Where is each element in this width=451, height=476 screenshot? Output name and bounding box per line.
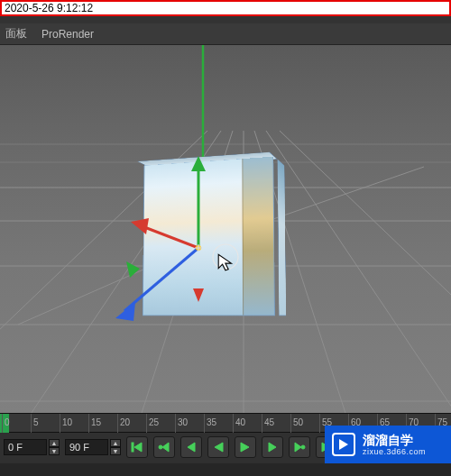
ruler-tick [204,414,205,434]
ruler-tick [88,414,89,434]
ruler-tick [233,414,234,434]
start-frame-step-up[interactable]: ▲ [49,439,60,447]
play-forward-button[interactable] [235,436,256,458]
ruler-tick [146,414,147,434]
ruler-tick [60,414,60,434]
svg-marker-36 [241,443,249,452]
ruler-tick [2,414,3,434]
watermark-play-icon [332,433,355,456]
svg-point-39 [301,445,305,449]
ruler-tick [262,414,262,434]
watermark-title: 溜溜自学 [363,433,426,447]
ruler-tick [31,414,32,434]
prev-frame-button[interactable] [180,436,202,458]
cube-texture-detail [242,155,274,316]
svg-marker-34 [188,443,195,452]
ruler-tick [290,414,291,434]
next-key-button[interactable] [289,436,310,458]
svg-marker-33 [162,443,169,452]
ruler-tick [175,414,176,434]
toolbar-strip [0,16,451,23]
timestamp-text: 2020-5-26 9:12:12 [5,2,93,14]
menu-prorender[interactable]: ProRender [41,28,94,41]
status-bar [0,463,451,476]
svg-marker-29 [218,254,231,270]
viewport-menu-bar: 面板 ProRender [0,23,451,45]
watermark-badge: 溜溜自学 zixue.3d66.com [325,426,451,463]
svg-marker-31 [134,443,142,452]
end-frame-input[interactable] [65,439,108,455]
range-start-field: ▲ ▼ [4,439,60,455]
next-frame-button[interactable] [262,436,283,458]
end-frame-step-up[interactable]: ▲ [110,439,121,447]
prev-key-button[interactable] [153,436,175,458]
3d-viewport[interactable] [0,45,451,413]
range-end-field: ▲ ▼ [65,439,121,455]
timestamp-overlay: 2020-5-26 9:12:12 [0,0,451,16]
ruler-tick [117,414,118,434]
ruler-tick [319,414,320,434]
textured-cube-object[interactable] [149,159,279,316]
play-backward-button[interactable] [207,436,229,458]
end-frame-step-down[interactable]: ▼ [110,447,121,455]
goto-start-button[interactable] [126,436,148,458]
svg-rect-30 [132,443,133,452]
svg-marker-38 [295,443,301,452]
watermark-url: zixue.3d66.com [363,447,426,456]
start-frame-step-down[interactable]: ▼ [49,447,60,455]
svg-marker-37 [269,443,276,452]
menu-panel[interactable]: 面板 [5,26,27,41]
mouse-cursor-icon [216,252,236,272]
cube-face-front [143,156,275,316]
svg-marker-35 [215,443,223,452]
start-frame-input[interactable] [4,439,47,455]
